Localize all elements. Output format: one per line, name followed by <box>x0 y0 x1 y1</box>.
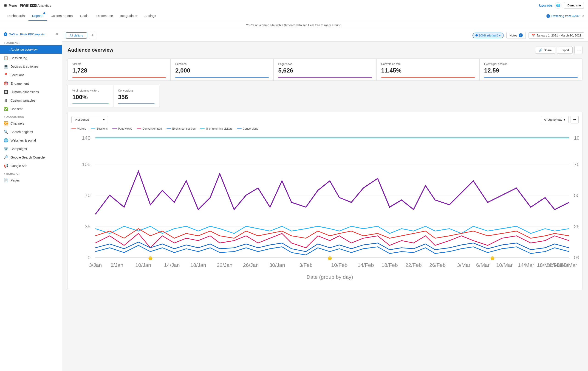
sidebar-item-consent[interactable]: ✅ Consent <box>0 105 62 113</box>
x-label-18feb: 18/Feb <box>381 262 398 268</box>
plot-series-select[interactable]: Plot series ▾ <box>72 116 108 123</box>
sidebar-item-locations[interactable]: 📍 Locations <box>0 71 62 79</box>
x-label-6jan: 6/Jan <box>110 262 123 268</box>
legend-pageviews[interactable]: Page views <box>112 127 132 130</box>
upgrade-button[interactable]: Upgrade <box>539 4 552 7</box>
x-axis-title: Date (group by day) <box>307 274 353 280</box>
metric-card-returning[interactable]: % of returning visitors 100% <box>68 85 114 107</box>
menu-button[interactable]: Menu <box>4 4 17 7</box>
add-segment-button[interactable]: + <box>89 32 96 39</box>
x-label-14feb: 14/Feb <box>357 262 374 268</box>
tab-reports[interactable]: Reports <box>29 11 47 21</box>
sidebar-header: i GA3 vs. Piwik PRO reports × <box>0 29 62 39</box>
sidebar-item-custom-variables[interactable]: ⊕ Custom variables <box>0 96 62 105</box>
logo-pro: PRO <box>30 4 37 7</box>
sidebar-item-search-engines[interactable]: 🔍 Search engines <box>0 128 62 136</box>
consent-icon: ✅ <box>4 107 8 111</box>
chart-more-button[interactable]: ··· <box>571 116 578 123</box>
returning-bar <box>72 103 109 104</box>
export-button[interactable]: Export <box>557 47 573 54</box>
legend-returning-dot <box>200 129 205 129</box>
tab-ecommerce[interactable]: Ecommerce <box>92 11 117 21</box>
ga3-sidebar-link[interactable]: i GA3 vs. Piwik PRO reports <box>4 32 44 36</box>
section-acquisition: ▾ ACQUISITION <box>0 113 62 119</box>
sessions-line <box>95 226 569 233</box>
legend-conversion-rate-label: Conversion rate <box>142 127 162 130</box>
legend-conversion-rate[interactable]: Conversion rate <box>137 127 162 130</box>
sidebar-info-icon: i <box>4 32 7 36</box>
metric-card-sessions[interactable]: Sessions 2,000 <box>171 59 273 80</box>
content-area: All visitors + 100% (default) ▾ Notes 4 … <box>62 29 588 371</box>
default-segment-badge[interactable]: 100% (default) ▾ <box>472 33 504 38</box>
sidebar-item-google-ads[interactable]: 📢 Google Ads <box>0 161 62 170</box>
section-audience: ▾ AUDIENCE <box>0 39 62 45</box>
share-button[interactable]: 🔗 Share <box>535 47 555 54</box>
ga3-close-button[interactable]: × <box>582 14 584 18</box>
sidebar-item-audience-overview[interactable]: 👤 Audience overview <box>0 45 62 54</box>
engagement-label: Engagement <box>10 82 29 85</box>
ga3-link[interactable]: i Switching from GA3? <box>546 14 579 18</box>
metric-card-visitors[interactable]: Visitors 1,728 <box>68 59 171 80</box>
metric-card-conversions[interactable]: Conversions 356 <box>114 85 159 107</box>
pageviews-label: Page views <box>278 62 372 66</box>
tab-settings[interactable]: Settings <box>141 11 160 21</box>
sidebar-item-devices-software[interactable]: 💻 Devices & software <box>0 62 62 71</box>
date-range-label: January 1, 2021 - March 30, 2021 <box>536 34 581 37</box>
sidebar-item-channels[interactable]: 🔀 Channels <box>0 119 62 128</box>
conversion-rate-bar <box>381 77 475 78</box>
sidebar-item-campaigns[interactable]: ⚙️ Campaigns <box>0 145 62 153</box>
legend-conversion-rate-dot <box>137 129 141 129</box>
sidebar-item-google-search-console[interactable]: 🔎 Google Search Console <box>0 153 62 161</box>
y-right-label-75: 75% <box>574 161 578 167</box>
sessions-label: Sessions <box>175 62 269 66</box>
x-label-22jan: 22/Jan <box>217 262 232 268</box>
group-by-button[interactable]: Group by day ▾ <box>541 116 569 123</box>
sidebar-item-engagement[interactable]: 🎯 Engagement <box>0 79 62 88</box>
report-actions: 🔗 Share Export ··· <box>535 46 582 54</box>
metric-card-pageviews[interactable]: Page views 5,626 <box>273 59 377 80</box>
audience-overview-label: Audience overview <box>10 48 38 51</box>
x-label-26jan: 26/Jan <box>243 262 259 268</box>
tab-integrations[interactable]: Integrations <box>117 11 141 21</box>
pageviews-line <box>95 171 569 214</box>
behavior-label: BEHAVIOR <box>6 172 21 175</box>
notes-count-badge: 4 <box>519 33 523 37</box>
tab-goals[interactable]: Goals <box>76 11 92 21</box>
demo-site-button[interactable]: Demo site <box>564 2 584 9</box>
logo-text: PIWIK <box>20 3 29 7</box>
globe-icon[interactable]: 🌐 <box>555 2 561 9</box>
pages-icon: 📄 <box>4 178 8 182</box>
sidebar-close-button[interactable]: × <box>56 32 58 36</box>
sidebar: i GA3 vs. Piwik PRO reports × ▾ AUDIENCE… <box>0 29 62 371</box>
sidebar-item-custom-dimensions[interactable]: 🔲 Custom dimensions <box>0 88 62 96</box>
notes-button[interactable]: Notes 4 <box>506 32 526 39</box>
sidebar-item-pages[interactable]: 📄 Pages <box>0 176 62 184</box>
legend-visitors[interactable]: Visitors <box>72 127 86 130</box>
tab-dashboards[interactable]: Dashboards <box>4 11 29 21</box>
date-range-button[interactable]: 📅 January 1, 2021 - March 30, 2021 <box>528 32 584 39</box>
pageviews-value: 5,626 <box>278 67 372 74</box>
plot-series-label: Plot series <box>75 118 89 121</box>
x-label-10mar: 10/Mar <box>496 262 513 268</box>
legend-conversions[interactable]: Conversions <box>237 127 258 130</box>
sidebar-item-websites-social[interactable]: 🌐 Websites & social <box>0 136 62 145</box>
legend-returning[interactable]: % of returning visitors <box>200 127 232 130</box>
more-button[interactable]: ··· <box>575 46 582 54</box>
x-label-14jan: 14/Jan <box>164 262 180 268</box>
custom-variables-icon: ⊕ <box>4 98 8 102</box>
share-label: Share <box>544 48 552 52</box>
metric-card-conversion-rate[interactable]: Conversion rate 11.45% <box>377 59 480 80</box>
metric-card-events-per-session[interactable]: Events per session 12.59 <box>480 59 582 80</box>
legend-conversions-dot <box>237 129 242 129</box>
all-visitors-segment[interactable]: All visitors <box>66 32 87 39</box>
legend-sessions[interactable]: Sessions <box>91 127 108 130</box>
report-content: Audience overview 🔗 Share Export ··· Vis… <box>62 41 588 295</box>
legend-events-per-session[interactable]: Events per session <box>167 127 195 130</box>
demo-banner-text: You're on a demo site with a 3-month dat… <box>246 23 342 27</box>
tab-custom-reports[interactable]: Custom reports <box>47 11 76 21</box>
x-label-18jan: 18/Jan <box>190 262 206 268</box>
y-label-140: 140 <box>82 135 91 141</box>
visitors-line <box>95 229 569 238</box>
sessions-value: 2,000 <box>175 67 269 74</box>
sidebar-item-session-log[interactable]: 📋 Session log <box>0 54 62 62</box>
